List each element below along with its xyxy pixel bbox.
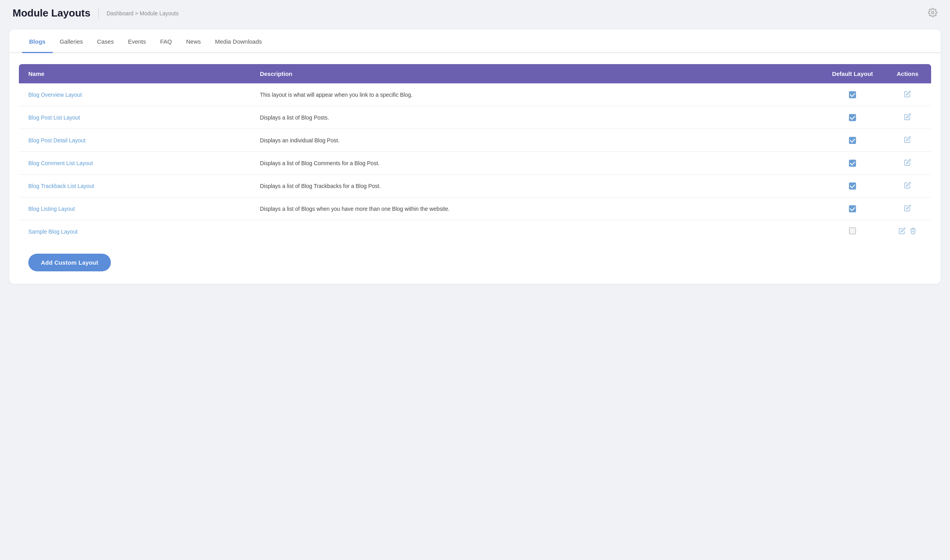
default-layout-checkbox[interactable]: [849, 160, 856, 167]
layout-description-cell: Displays a list of Blogs when you have m…: [250, 197, 821, 220]
edit-icon[interactable]: [904, 113, 911, 122]
layout-default-cell: [821, 129, 884, 152]
layout-description-cell: Displays a list of Blog Trackbacks for a…: [250, 175, 821, 197]
layout-name-link[interactable]: Blog Post List Layout: [28, 114, 80, 121]
default-layout-checkbox[interactable]: [849, 182, 856, 190]
layout-actions-cell: [884, 175, 931, 197]
table-row: Blog Listing LayoutDisplays a list of Bl…: [19, 197, 931, 220]
layout-name-cell: Blog Post Detail Layout: [19, 129, 250, 152]
layout-default-cell: [821, 220, 884, 243]
default-layout-checkbox[interactable]: [849, 137, 856, 144]
edit-icon[interactable]: [904, 159, 911, 167]
top-bar: Module Layouts Dashboard > Module Layout…: [0, 0, 950, 26]
default-layout-checkbox[interactable]: [849, 91, 856, 98]
col-header-description: Description: [250, 64, 821, 83]
layout-name-cell: Sample Blog Layout: [19, 220, 250, 243]
layout-name-cell: Blog Comment List Layout: [19, 152, 250, 175]
default-layout-checkbox[interactable]: [849, 205, 856, 212]
default-layout-checkbox[interactable]: [849, 114, 856, 121]
table-row: Blog Overview LayoutThis layout is what …: [19, 83, 931, 106]
layout-description-cell: Displays a list of Blog Comments for a B…: [250, 152, 821, 175]
layout-actions-cell: [884, 83, 931, 106]
tab-cases[interactable]: Cases: [90, 29, 121, 53]
layout-name-cell: Blog Overview Layout: [19, 83, 250, 106]
layout-name-link[interactable]: Blog Trackback List Layout: [28, 183, 94, 189]
tab-faq[interactable]: FAQ: [153, 29, 179, 53]
edit-icon[interactable]: [898, 227, 906, 236]
edit-icon[interactable]: [904, 182, 911, 190]
main-card: Blogs Galleries Cases Events FAQ News Me…: [9, 29, 941, 284]
layout-actions-cell: [884, 152, 931, 175]
table-row: Blog Trackback List LayoutDisplays a lis…: [19, 175, 931, 197]
tab-media-downloads[interactable]: Media Downloads: [208, 29, 269, 53]
col-header-name: Name: [19, 64, 250, 83]
layout-description-cell: Displays a list of Blog Posts.: [250, 106, 821, 129]
tab-galleries[interactable]: Galleries: [53, 29, 90, 53]
edit-icon[interactable]: [904, 90, 911, 99]
layout-default-cell: [821, 83, 884, 106]
tab-news[interactable]: News: [179, 29, 208, 53]
col-header-actions: Actions: [884, 64, 931, 83]
layout-name-link[interactable]: Blog Overview Layout: [28, 92, 82, 98]
layout-name-cell: Blog Listing Layout: [19, 197, 250, 220]
layout-actions-cell: [884, 129, 931, 152]
tab-blogs[interactable]: Blogs: [22, 29, 53, 53]
table-wrap: Name Description Default Layout Actions …: [19, 64, 931, 243]
table-row: Blog Post List LayoutDisplays a list of …: [19, 106, 931, 129]
layout-actions-cell: [884, 197, 931, 220]
add-button-wrap: Add Custom Layout: [9, 243, 941, 271]
layout-name-link[interactable]: Blog Listing Layout: [28, 206, 75, 212]
layout-name-link[interactable]: Sample Blog Layout: [28, 228, 77, 235]
default-layout-checkbox[interactable]: [849, 227, 856, 234]
layout-default-cell: [821, 175, 884, 197]
tabs-container: Blogs Galleries Cases Events FAQ News Me…: [9, 29, 941, 53]
layout-description-cell: Displays an individual Blog Post.: [250, 129, 821, 152]
delete-icon[interactable]: [909, 227, 917, 236]
layout-description-cell: [250, 220, 821, 243]
settings-icon[interactable]: [928, 8, 937, 19]
layout-name-link[interactable]: Blog Comment List Layout: [28, 160, 93, 166]
col-header-default-layout: Default Layout: [821, 64, 884, 83]
layout-default-cell: [821, 197, 884, 220]
layout-name-cell: Blog Trackback List Layout: [19, 175, 250, 197]
add-custom-layout-button[interactable]: Add Custom Layout: [28, 254, 111, 271]
layout-name-cell: Blog Post List Layout: [19, 106, 250, 129]
layout-actions-cell: [884, 106, 931, 129]
layouts-table: Name Description Default Layout Actions …: [19, 64, 931, 243]
top-bar-left: Module Layouts Dashboard > Module Layout…: [13, 7, 179, 19]
table-row: Blog Comment List LayoutDisplays a list …: [19, 152, 931, 175]
edit-icon[interactable]: [904, 204, 911, 213]
layout-actions-cell: [884, 220, 931, 243]
vertical-divider: [98, 8, 99, 19]
layout-name-link[interactable]: Blog Post Detail Layout: [28, 137, 86, 144]
breadcrumb: Dashboard > Module Layouts: [107, 10, 179, 17]
svg-point-0: [932, 11, 934, 14]
layout-default-cell: [821, 106, 884, 129]
edit-icon[interactable]: [904, 136, 911, 144]
table-row: Sample Blog Layout: [19, 220, 931, 243]
table-row: Blog Post Detail LayoutDisplays an indiv…: [19, 129, 931, 152]
layout-description-cell: This layout is what will appear when you…: [250, 83, 821, 106]
layout-default-cell: [821, 152, 884, 175]
tab-events[interactable]: Events: [121, 29, 153, 53]
page-title: Module Layouts: [13, 7, 90, 19]
